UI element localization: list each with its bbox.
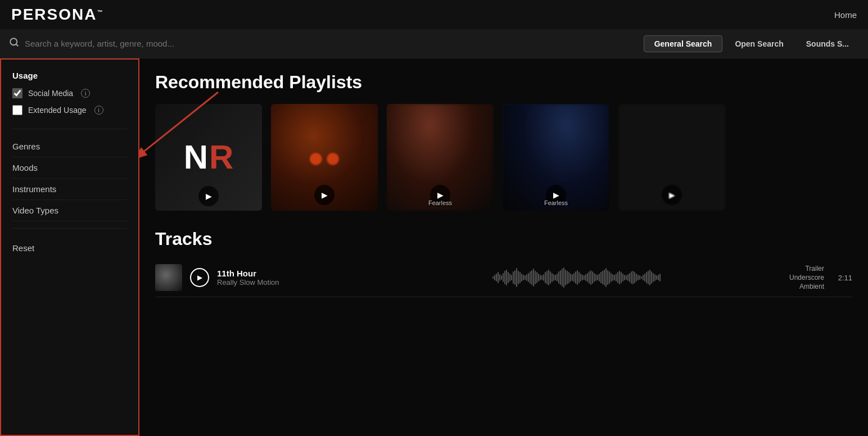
extended-usage-label: Extended Usage — [28, 106, 87, 115]
playlist-card-1[interactable]: N R ▶ — [155, 104, 262, 211]
tab-sounds-search[interactable]: Sounds S... — [796, 35, 859, 52]
search-bar: General Search Open Search Sounds S... — [0, 29, 868, 58]
nr-n-letter: N — [184, 140, 208, 174]
sidebar-reset-button[interactable]: Reset — [12, 238, 127, 258]
playlist-card-2-play[interactable]: ▶ — [314, 185, 334, 205]
track-play-button[interactable]: ▶ — [190, 268, 209, 287]
track-name: 11th Hour — [217, 269, 485, 278]
logo-tm: ™ — [97, 9, 103, 15]
svg-line-1 — [16, 44, 17, 46]
sidebar-item-moods[interactable]: Moods — [12, 157, 127, 179]
track-tags: Trailer Underscore Ambient — [768, 265, 824, 290]
playlists-row: N R ▶ ●● ▶ ▶ Fearless — [155, 104, 852, 211]
content-area: Recommended Playlists N R ▶ ●● ▶ — [139, 58, 868, 436]
search-input[interactable] — [25, 39, 644, 48]
main-layout: Usage Social Media i Extended Usage i Ge… — [0, 58, 868, 436]
playlists-section-title: Recommended Playlists — [155, 72, 852, 93]
playlist-card-4-label: Fearless — [507, 199, 605, 206]
search-icon — [9, 37, 19, 50]
sidebar-item-genres[interactable]: Genres — [12, 136, 127, 157]
track-duration: 2:11 — [832, 274, 852, 282]
sidebar-item-instruments[interactable]: Instruments — [12, 179, 127, 200]
nr-r-letter: R — [209, 140, 233, 174]
logo-text: PERSONA — [11, 6, 97, 23]
app-logo: PERSONA™ — [11, 6, 103, 24]
social-media-filter: Social Media i — [12, 88, 127, 98]
extended-usage-info-icon[interactable]: i — [94, 106, 103, 115]
playlist-card-5[interactable]: ▶ — [618, 104, 725, 211]
track-thumbnail — [155, 264, 182, 291]
track-waveform[interactable] — [492, 266, 760, 289]
social-media-label: Social Media — [28, 89, 73, 98]
playlist-card-3-label: Fearless — [391, 199, 489, 206]
sidebar: Usage Social Media i Extended Usage i Ge… — [0, 58, 139, 436]
nav-home-link[interactable]: Home — [834, 10, 857, 20]
sidebar-item-video-types[interactable]: Video Types — [12, 200, 127, 221]
track-row: ▶ 11th Hour Really Slow Motion Trailer U… — [155, 258, 852, 297]
extended-usage-filter: Extended Usage i — [12, 105, 127, 115]
track-tag-2: Underscore — [789, 274, 824, 281]
playlist-card-5-play[interactable]: ▶ — [662, 185, 682, 205]
track-info: 11th Hour Really Slow Motion — [217, 269, 485, 287]
sidebar-divider-1 — [12, 129, 127, 129]
playlist-card-2[interactable]: ●● ▶ — [271, 104, 378, 211]
social-media-info-icon[interactable]: i — [81, 89, 90, 98]
tab-open-search[interactable]: Open Search — [725, 35, 793, 52]
playlist-card-4[interactable]: ▶ Fearless — [503, 104, 609, 211]
playlist-card-1-inner: N R ▶ — [155, 104, 262, 211]
track-tag-3: Ambient — [799, 283, 824, 290]
track-artist: Really Slow Motion — [217, 278, 485, 287]
tab-general-search[interactable]: General Search — [644, 35, 723, 52]
playlist-card-2-text: ●● — [308, 141, 341, 174]
extended-usage-checkbox[interactable] — [12, 105, 22, 115]
sidebar-divider-2 — [12, 228, 127, 229]
playlist-card-1-play[interactable]: ▶ — [198, 186, 219, 206]
top-nav: PERSONA™ Home — [0, 0, 868, 29]
social-media-checkbox[interactable] — [12, 88, 22, 98]
track-tag-1: Trailer — [805, 265, 824, 272]
playlist-card-3[interactable]: ▶ Fearless — [387, 104, 494, 211]
usage-section-title: Usage — [12, 71, 127, 80]
tracks-section-title: Tracks — [155, 229, 852, 249]
search-tabs: General Search Open Search Sounds S... — [644, 35, 859, 52]
